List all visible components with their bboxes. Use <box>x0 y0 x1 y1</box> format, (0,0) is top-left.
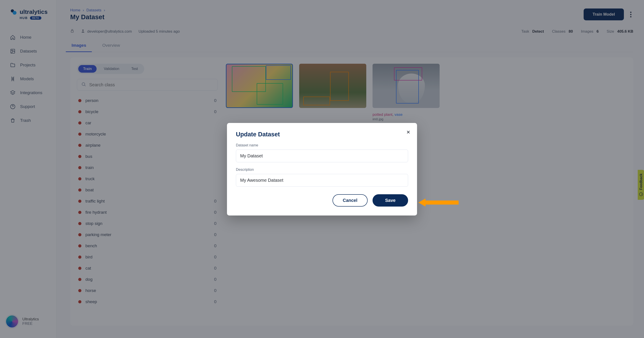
dataset-name-input[interactable] <box>236 150 408 162</box>
cancel-button[interactable]: Cancel <box>332 194 368 206</box>
dataset-name-label: Dataset name <box>236 143 408 147</box>
save-button[interactable]: Save <box>372 194 408 206</box>
close-icon[interactable] <box>406 130 411 136</box>
dialog-title: Update Dataset <box>236 131 408 138</box>
description-label: Description <box>236 168 408 172</box>
modal-overlay[interactable]: Update Dataset Dataset name Description … <box>0 0 644 338</box>
update-dataset-dialog: Update Dataset Dataset name Description … <box>227 123 417 216</box>
dialog-actions: Cancel Save <box>236 194 408 206</box>
app-root: ultralytics HUB BETA Home Datasets Proje… <box>0 0 644 338</box>
annotation-arrow <box>418 198 461 207</box>
description-input[interactable] <box>236 174 408 187</box>
